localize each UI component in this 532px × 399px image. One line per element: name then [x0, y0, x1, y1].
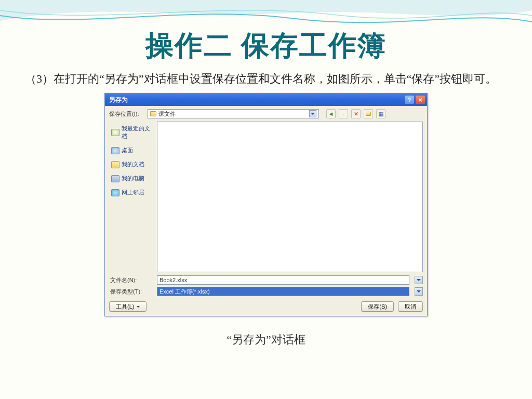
filetype-label: 保存类型(T):: [109, 288, 154, 296]
filename-label: 文件名(N):: [109, 276, 154, 284]
slide-body-text: （3）在打开的“另存为”对话框中设置保存位置和文件名称，如图所示，单击“保存”按…: [0, 65, 532, 88]
file-list-area[interactable]: [157, 122, 423, 272]
sidebar-item-recent[interactable]: 我最近的文档: [109, 122, 154, 143]
computer-icon: [111, 175, 119, 182]
filetype-dropdown[interactable]: Excel 工作簿(*.xlsx): [157, 287, 409, 296]
dialog-title: 另存为: [109, 96, 128, 104]
sidebar-item-network[interactable]: 网上邻居: [109, 185, 154, 200]
cancel-button[interactable]: 取消: [398, 301, 423, 312]
network-icon: [111, 189, 119, 196]
figure-caption: “另存为”对话框: [0, 332, 532, 348]
filename-value: Book2.xlsx: [159, 277, 187, 283]
delete-icon[interactable]: ✕: [351, 109, 361, 118]
places-sidebar: 我最近的文档 桌面 我的文档 我的电脑 网上邻居: [109, 122, 154, 272]
filename-input[interactable]: Book2.xlsx: [157, 275, 409, 285]
save-as-dialog: 另存为 ? ✕ 保存位置(I): 课文件 ◄ · ✕ ▦: [104, 93, 428, 316]
sidebar-item-desktop[interactable]: 桌面: [109, 143, 154, 157]
slide-title: 操作二 保存工作簿: [0, 0, 532, 65]
desktop-icon: [111, 147, 119, 154]
sidebar-item-label: 桌面: [122, 147, 133, 154]
sidebar-item-label: 我的电脑: [122, 175, 144, 182]
recent-icon: [111, 129, 119, 136]
sidebar-item-label: 我的文档: [122, 161, 144, 168]
views-icon[interactable]: ▦: [376, 109, 385, 118]
dialog-titlebar[interactable]: 另存为 ? ✕: [105, 94, 427, 106]
chevron-down-icon[interactable]: [415, 276, 423, 284]
back-icon[interactable]: ◄: [326, 109, 336, 118]
chevron-down-icon[interactable]: [309, 110, 316, 117]
save-button[interactable]: 保存(S): [361, 301, 394, 312]
window-buttons: ? ✕: [405, 96, 425, 104]
sidebar-item-computer[interactable]: 我的电脑: [109, 171, 154, 185]
location-value: 课文件: [158, 110, 176, 118]
toolbar-icons: ◄ · ✕ ▦: [326, 109, 385, 118]
folder-icon: [150, 111, 156, 116]
up-icon[interactable]: ·: [339, 109, 348, 118]
documents-icon: [111, 161, 119, 168]
chevron-down-icon[interactable]: [415, 287, 423, 296]
new-folder-icon[interactable]: [364, 109, 373, 118]
tools-button[interactable]: 工具(L): [109, 301, 147, 312]
location-dropdown[interactable]: 课文件: [148, 109, 319, 118]
sidebar-item-documents[interactable]: 我的文档: [109, 157, 154, 171]
help-button[interactable]: ?: [405, 96, 414, 104]
sidebar-item-label: 网上邻居: [122, 189, 144, 196]
filetype-value: Excel 工作簿(*.xlsx): [159, 288, 210, 296]
close-button[interactable]: ✕: [416, 96, 425, 104]
sidebar-item-label: 我最近的文档: [122, 125, 152, 140]
location-label: 保存位置(I):: [109, 110, 144, 118]
